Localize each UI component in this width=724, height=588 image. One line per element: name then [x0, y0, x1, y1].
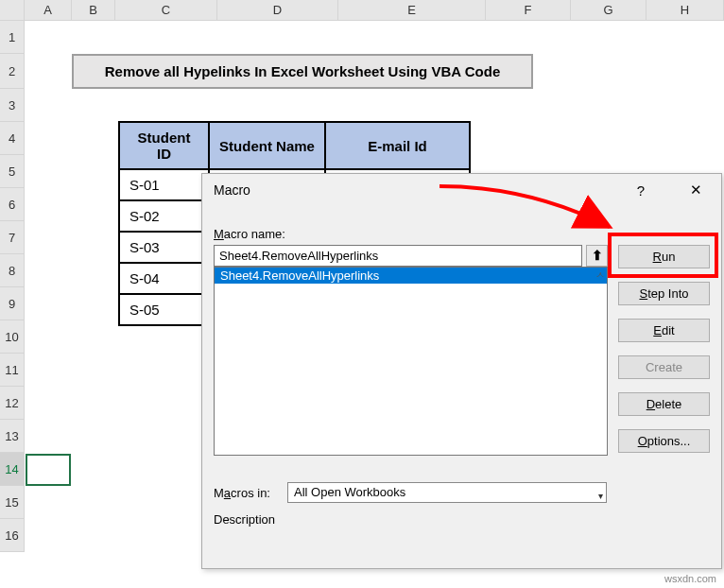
cell-id[interactable]: S-05: [119, 294, 209, 325]
th-student-name[interactable]: Student Name: [209, 122, 325, 169]
cell-id[interactable]: S-02: [119, 200, 209, 232]
page-title: Remove all Hypelinks In Excel Worksheet …: [72, 54, 533, 89]
col-header-E[interactable]: E: [338, 0, 486, 20]
annotation-arrow: [435, 182, 624, 238]
edit-button[interactable]: Edit: [618, 319, 710, 342]
select-all-corner[interactable]: [0, 0, 25, 20]
col-header-F[interactable]: F: [486, 0, 571, 20]
col-header-G[interactable]: G: [571, 0, 646, 20]
col-header-A[interactable]: A: [25, 0, 72, 20]
col-header-C[interactable]: C: [115, 0, 217, 20]
help-button[interactable]: ?: [627, 182, 655, 199]
row-header-16[interactable]: 16: [0, 519, 25, 552]
row-header-10[interactable]: 10: [0, 320, 25, 354]
cell-id[interactable]: S-03: [119, 232, 209, 263]
macro-name-input[interactable]: [214, 245, 582, 267]
row-header-5[interactable]: 5: [0, 155, 25, 188]
row-header-3[interactable]: 3: [0, 89, 25, 122]
row-header-9[interactable]: 9: [0, 287, 25, 320]
row-header-8[interactable]: 8: [0, 254, 25, 287]
col-header-H[interactable]: H: [646, 0, 724, 20]
macro-list[interactable]: Sheet4.RemoveAllHyperlinks ㅅ: [214, 267, 608, 456]
step-into-button[interactable]: Step Into: [618, 282, 710, 305]
options-button[interactable]: Options...: [618, 429, 710, 453]
delete-button[interactable]: Delete: [618, 392, 710, 416]
macro-name-label: Macro name:: [214, 227, 285, 241]
row-header-12[interactable]: 12: [0, 387, 25, 420]
cell-id[interactable]: S-01: [119, 169, 209, 200]
dialog-buttons: Run Step Into Edit Create Delete Options…: [618, 245, 710, 453]
macros-in-label: Macros in:: [214, 486, 270, 500]
col-header-B[interactable]: B: [72, 0, 115, 20]
cell-id[interactable]: S-04: [119, 263, 209, 294]
row-header-7[interactable]: 7: [0, 221, 25, 254]
row-header-4[interactable]: 4: [0, 122, 25, 155]
macros-in-select[interactable]: All Open Workbooks ▾: [287, 482, 607, 503]
row-header-1[interactable]: 1: [0, 21, 25, 54]
run-button[interactable]: Run: [618, 245, 710, 268]
close-icon[interactable]: ✕: [681, 182, 710, 199]
col-header-D[interactable]: D: [217, 0, 338, 20]
row-header-15[interactable]: 15: [0, 486, 25, 519]
row-header-14[interactable]: 14: [0, 453, 25, 486]
th-student-id[interactable]: Student ID: [119, 122, 209, 169]
row-header-2[interactable]: 2: [0, 54, 25, 89]
row-header-13[interactable]: 13: [0, 420, 25, 453]
watermark: wsxdn.com: [664, 573, 716, 584]
row-header-6[interactable]: 6: [0, 188, 25, 221]
go-icon[interactable]: ⬆: [586, 245, 608, 267]
th-email[interactable]: E-mail Id: [325, 122, 470, 169]
macro-list-item[interactable]: Sheet4.RemoveAllHyperlinks: [215, 268, 607, 284]
chevron-up-icon[interactable]: ㅅ: [595, 268, 605, 282]
column-headers: A B C D E F G H: [0, 0, 724, 21]
row-header-11[interactable]: 11: [0, 354, 25, 387]
description-label: Description: [214, 512, 275, 527]
create-button: Create: [618, 355, 710, 379]
chevron-down-icon: ▾: [598, 487, 603, 506]
dialog-title-text: Macro: [214, 182, 250, 198]
